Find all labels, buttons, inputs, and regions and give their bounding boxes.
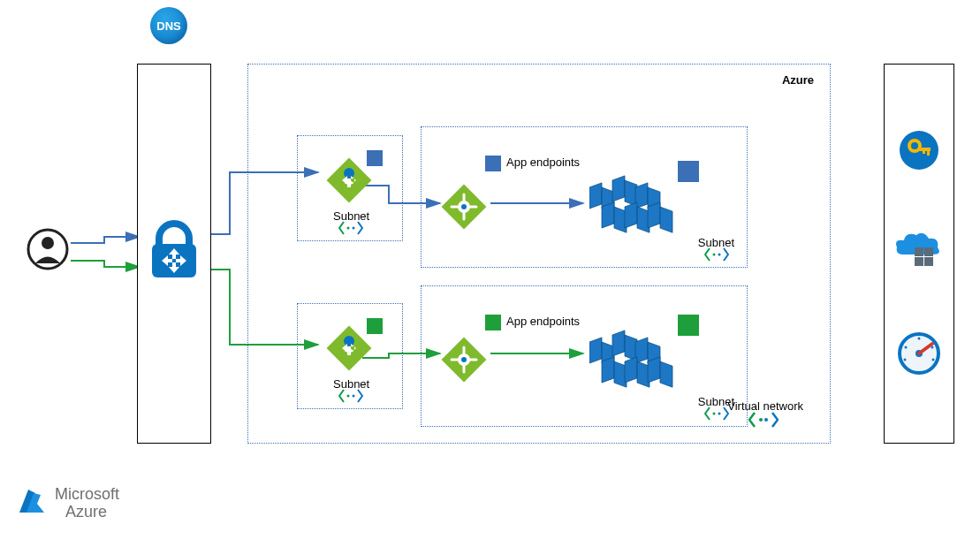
blue-marker [367, 150, 383, 166]
svg-point-41 [713, 254, 716, 256]
azure-logo-icon [16, 486, 48, 521]
container-registry-icon [895, 232, 943, 276]
app-endpoints-label: App endpoints [506, 315, 580, 328]
svg-rect-58 [625, 357, 637, 383]
vnet-icon [704, 247, 729, 265]
user-icon [27, 228, 69, 270]
subnet-appgw-blue: Subnet [297, 135, 403, 241]
load-balancer-icon [439, 335, 489, 388]
svg-point-20 [347, 395, 350, 398]
dns-label: DNS [156, 19, 180, 33]
vm-cluster-icon [589, 326, 678, 388]
svg-rect-73 [915, 257, 923, 266]
svg-rect-74 [924, 257, 933, 266]
svg-rect-52 [612, 330, 625, 356]
svg-rect-69 [927, 148, 930, 156]
svg-point-16 [344, 336, 354, 346]
brand-line1: Microsoft [55, 486, 119, 504]
green-marker [367, 318, 383, 334]
monitor-gauge-icon [897, 331, 941, 379]
dns-icon: DNS [150, 7, 187, 44]
svg-rect-72 [924, 247, 933, 256]
svg-point-64 [759, 418, 763, 422]
azure-brand: Microsoft Azure [16, 486, 119, 521]
svg-point-42 [718, 254, 721, 256]
svg-point-82 [932, 359, 935, 361]
svg-point-13 [347, 227, 350, 230]
svg-point-80 [931, 346, 934, 349]
svg-rect-35 [602, 202, 614, 228]
svg-point-63 [718, 413, 721, 415]
svg-rect-56 [602, 357, 614, 383]
svg-point-1 [42, 237, 54, 249]
svg-rect-71 [915, 247, 923, 256]
blue-marker [485, 156, 501, 171]
blue-marker [678, 161, 699, 182]
key-vault-icon [897, 128, 941, 176]
svg-rect-40 [660, 207, 672, 232]
svg-rect-50 [589, 338, 602, 363]
svg-rect-39 [648, 202, 660, 228]
svg-point-45 [461, 357, 467, 362]
svg-point-81 [904, 359, 907, 361]
subnet-app-green: App endpoints [421, 285, 748, 427]
vnet-icon [704, 406, 729, 424]
svg-point-8 [344, 168, 354, 179]
services-panel [884, 64, 954, 444]
svg-point-65 [764, 418, 768, 422]
svg-point-14 [353, 227, 355, 230]
svg-rect-29 [589, 183, 602, 209]
app-gateway-icon [324, 323, 365, 364]
svg-point-24 [461, 204, 467, 209]
svg-rect-37 [625, 202, 637, 228]
vnet-icon [338, 389, 363, 406]
svg-rect-60 [648, 357, 660, 383]
azure-title: Azure [782, 73, 814, 87]
vnet-icon [748, 411, 779, 432]
app-gateway-icon [324, 156, 365, 196]
svg-rect-70 [923, 148, 925, 154]
load-balancer-icon [439, 182, 489, 235]
svg-point-78 [918, 338, 921, 340]
app-endpoints-label: App endpoints [506, 156, 580, 169]
firewall-container [137, 64, 211, 444]
subnet-app-blue: App endpoints [421, 126, 748, 268]
green-marker [485, 315, 501, 330]
brand-line2: Azure [65, 504, 119, 521]
svg-point-21 [353, 395, 355, 398]
svg-rect-61 [660, 361, 672, 387]
firewall-lock-icon [147, 219, 201, 285]
subnet-appgw-green: Subnet [297, 303, 403, 409]
svg-point-79 [905, 346, 908, 349]
green-marker [678, 315, 699, 336]
svg-point-62 [713, 413, 716, 415]
vm-cluster-icon [589, 171, 678, 233]
azure-region: Azure Subnet [247, 64, 831, 444]
svg-rect-31 [612, 176, 625, 201]
vnet-icon [338, 221, 363, 239]
